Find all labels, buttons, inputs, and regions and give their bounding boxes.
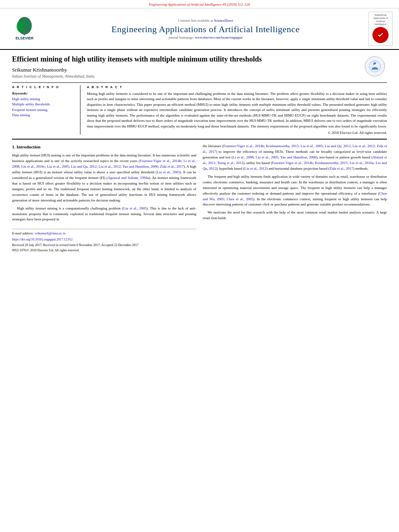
article-info-title: A R T I C L E I N F O — [12, 85, 75, 89]
section1-para1: High utility itemset (HUI) mining is one… — [12, 153, 196, 203]
ref-zida2017-r2[interactable]: Zida et al., 2017 — [329, 166, 353, 170]
copyright-line: © 2018 Elsevier Ltd. All rights reserved… — [87, 131, 387, 135]
ref-fournier2014b[interactable]: Fournier-Viger et al., 2014b — [140, 159, 181, 163]
keyword-multiple-utility[interactable]: Multiple utility thresholds — [12, 102, 75, 107]
journal-header: ELSEVIER Contents lists available at Sci… — [0, 8, 399, 50]
main-content: Efficient mining of high utility itemset… — [0, 50, 399, 258]
contents-line: Contents lists available at ScienceDirec… — [47, 18, 364, 23]
abstract-text: Mining high utility itemsets is consider… — [87, 91, 387, 129]
section1-heading: 1. Introduction — [12, 144, 196, 150]
ref-fournier2014b-r2[interactable]: Fournier-Viger et al., 2014b — [272, 161, 313, 165]
ref-liu2012-r2[interactable]: Liu et al., 2012 — [244, 166, 266, 170]
ref-liu2005b[interactable]: Liu et al., 2005 — [157, 170, 180, 174]
ref-lin2016c[interactable]: Lin et al., 2016c — [21, 164, 45, 168]
ref-liu-qu2012-r[interactable]: Liu and Qu, 2012 — [325, 144, 350, 148]
doi-link[interactable]: https://doi.org/10.1016/j.engappai.2017.… — [12, 237, 196, 242]
badge-text: Engineering Applications of Artificial I… — [370, 14, 391, 26]
keyword-frequent-itemset[interactable]: Frequent itemset mining — [12, 107, 75, 113]
badge-icon — [372, 27, 389, 43]
right-para2: The frequent and high utility itemsets f… — [203, 174, 387, 208]
svg-text:ELSEVIER: ELSEVIER — [16, 36, 34, 40]
body-divider — [12, 139, 387, 140]
paper-affiliation: Indian Institute of Management, Ahmedaba… — [12, 74, 361, 78]
journal-center: Contents lists available at ScienceDirec… — [47, 18, 364, 39]
email-label: E-mail address: — [12, 231, 34, 235]
footnote-email: E-mail address: srikumark@iima.ac.in — [12, 231, 196, 236]
paper-title-block: Efficient mining of high utility itemset… — [12, 55, 361, 80]
article-info: A R T I C L E I N F O Keywords: High uti… — [12, 85, 80, 135]
body-col-left: 1. Introduction High utility itemset (HU… — [12, 144, 196, 253]
ref-liu2012-r[interactable]: Liu et al., 2012 — [352, 144, 374, 148]
keyword-data-mining[interactable]: Data mining — [12, 113, 75, 118]
ref-fournier2014b-r[interactable]: Fournier-Viger et al., 2014b — [223, 144, 264, 148]
paper-title: Efficient mining of high utility itemset… — [12, 55, 361, 64]
rights-line: 0952-1976/© 2018 Elsevier Ltd. All right… — [12, 248, 196, 253]
ref-lin2016a[interactable]: Lin et al., 2016a — [350, 161, 374, 165]
svg-rect-3 — [24, 31, 25, 35]
right-para3: We motivate the need for this research w… — [203, 210, 387, 221]
ref-yao2006[interactable]: Yao and Hamilton, 2006 — [122, 164, 158, 168]
ref-liu2005-r[interactable]: Liu et al., 2005 — [300, 144, 323, 148]
svg-point-2 — [16, 21, 25, 32]
email-link[interactable]: srikumark@iima.ac.in — [35, 231, 65, 235]
ref-liu-qu2012[interactable]: Liu and Qu, 2012 — [71, 164, 97, 168]
abstract-title: A B S T R A C T — [87, 85, 387, 89]
section1-para2: High utility itemset mining is a computa… — [12, 206, 196, 223]
body-col-right: the literature (Fournier-Viger et al., 2… — [203, 144, 387, 253]
ref-chen2005[interactable]: Chen et al., 2005 — [227, 197, 253, 201]
ref-liu2005a[interactable]: Liu et al., 2005 — [47, 164, 69, 168]
ref-agrawal1994[interactable]: Agrawal and Srikant, 1994a — [108, 176, 149, 180]
ref-liu2005c-r[interactable]: Liu et al., 2005 — [256, 155, 278, 159]
journal-homepage: journal homepage: www.elsevier.com/locat… — [47, 35, 364, 39]
paper-author: Srikumar Krishnamoorthy — [12, 67, 361, 73]
body-section: 1. Introduction High utility itemset (HU… — [12, 144, 387, 253]
check-for-updates-badge — [365, 56, 387, 76]
ref-yao2006-r[interactable]: Yao and Hamilton, 2006 — [280, 155, 317, 159]
ref-zida2017[interactable]: Zida et al., 2017 — [160, 164, 184, 168]
ref-liu2005c[interactable]: Liu et al., 2005 — [123, 206, 146, 210]
right-para1: the literature (Fournier-Viger et al., 2… — [203, 144, 387, 172]
paper-header: Efficient mining of high utility itemset… — [12, 55, 387, 80]
elsevier-logo: ELSEVIER — [6, 14, 43, 43]
keywords-label: Keywords: — [12, 91, 75, 95]
ref-tseng2012[interactable]: Tseng et al., 2012 — [217, 161, 243, 165]
homepage-link[interactable]: www.elsevier.com/locate/engappai — [195, 35, 243, 39]
journal-citation: Engineering Applications of Artificial I… — [0, 0, 399, 8]
article-abstract-section: A R T I C L E I N F O Keywords: High uti… — [12, 85, 387, 135]
check-badge-inner — [365, 56, 385, 76]
keyword-high-utility-mining[interactable]: High utility mining — [12, 97, 75, 102]
ref-krishna2015-r2[interactable]: Krishnamoorthy, 2015 — [315, 161, 348, 165]
header-divider — [12, 82, 387, 83]
received-line: Received 20 July 2017; Received in revis… — [12, 243, 196, 248]
ref-liu2012[interactable]: Liu et al., 2012 — [99, 164, 121, 168]
ref-krishna2015[interactable]: Krishnamoorthy, 2015 — [266, 144, 298, 148]
sciencedirect-link[interactable]: ScienceDirect — [214, 18, 233, 23]
abstract-section: A B S T R A C T Mining high utility item… — [87, 85, 387, 135]
journal-badge: Engineering Applications of Artificial I… — [368, 12, 393, 46]
journal-title: Engineering Applications of Artificial I… — [47, 24, 364, 35]
ref-li2008-r[interactable]: Li et al., 2008 — [233, 155, 254, 159]
footnote-area: E-mail address: srikumark@iima.ac.in htt… — [12, 229, 196, 253]
